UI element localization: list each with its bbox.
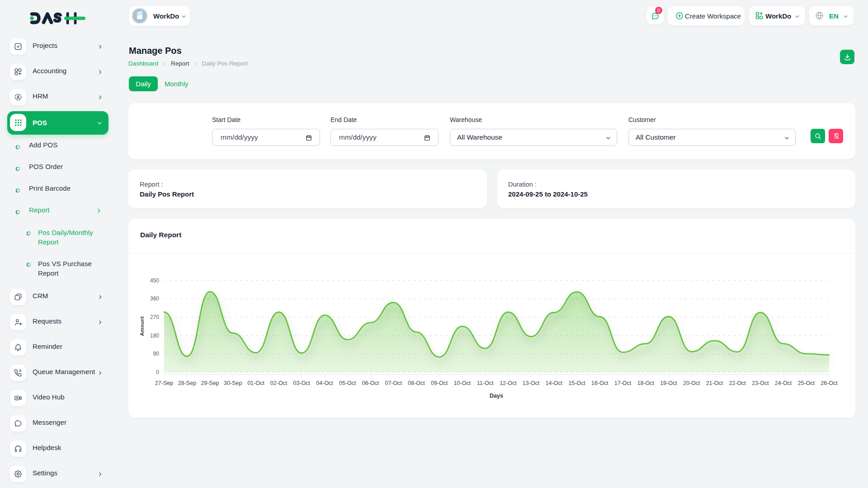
svg-text:06-Oct: 06-Oct [362, 380, 379, 386]
svg-text:11-Oct: 11-Oct [477, 380, 494, 386]
svg-text:30-Sep: 30-Sep [224, 380, 242, 386]
svg-text:09-Oct: 09-Oct [431, 380, 448, 386]
svg-text:270: 270 [150, 314, 159, 320]
svg-text:19-Oct: 19-Oct [660, 380, 677, 386]
svg-text:24-Oct: 24-Oct [775, 380, 792, 386]
svg-text:17-Oct: 17-Oct [614, 380, 632, 386]
svg-text:02-Oct: 02-Oct [270, 380, 288, 386]
svg-text:05-Oct: 05-Oct [339, 380, 356, 386]
svg-text:15-Oct: 15-Oct [568, 380, 585, 386]
svg-text:18-Oct: 18-Oct [637, 380, 654, 386]
svg-text:0: 0 [156, 369, 159, 375]
svg-text:10-Oct: 10-Oct [454, 380, 471, 386]
svg-text:04-Oct: 04-Oct [316, 380, 333, 386]
svg-text:22-Oct: 22-Oct [729, 380, 746, 386]
svg-text:13-Oct: 13-Oct [523, 380, 540, 386]
svg-text:21-Oct: 21-Oct [706, 380, 723, 386]
svg-text:20-Oct: 20-Oct [683, 380, 700, 386]
svg-text:01-Oct: 01-Oct [247, 380, 264, 386]
svg-text:16-Oct: 16-Oct [591, 380, 609, 386]
svg-text:Days: Days [490, 393, 503, 399]
svg-text:08-Oct: 08-Oct [408, 380, 425, 386]
svg-text:180: 180 [150, 333, 159, 339]
svg-text:Amount: Amount [139, 316, 145, 336]
svg-text:23-Oct: 23-Oct [752, 380, 769, 386]
svg-text:90: 90 [153, 351, 160, 357]
svg-text:26-Oct: 26-Oct [821, 380, 838, 386]
svg-text:14-Oct: 14-Oct [546, 380, 563, 386]
svg-text:03-Oct: 03-Oct [293, 380, 311, 386]
svg-text:07-Oct: 07-Oct [385, 380, 402, 386]
svg-text:360: 360 [150, 296, 159, 302]
svg-text:25-Oct: 25-Oct [798, 380, 815, 386]
svg-text:450: 450 [150, 277, 159, 284]
svg-text:27-Sep: 27-Sep [155, 380, 173, 386]
svg-text:28-Sep: 28-Sep [178, 380, 196, 386]
svg-text:29-Sep: 29-Sep [201, 380, 219, 386]
svg-text:12-Oct: 12-Oct [500, 380, 517, 386]
